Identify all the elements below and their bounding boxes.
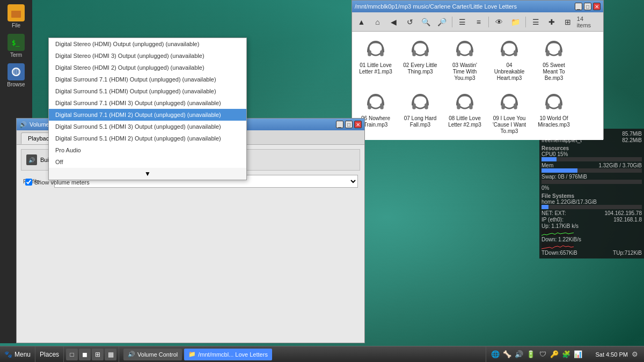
taskbar-windows: 🔊 Volume Control 📁 /mnt/mmcbl... Love Le… [119, 346, 486, 362]
tray-key-icon[interactable]: 🔑 [550, 350, 559, 359]
sidebar-item-term[interactable]: $_ Term [3, 32, 30, 59]
dropdown-item-6[interactable]: Digital Surround 7.1 (HDMI 2) Output (un… [49, 109, 246, 121]
file-item-9[interactable]: 10 World Of Miracles.mp3 [533, 87, 575, 138]
tray-puzzle-icon[interactable]: 🧩 [561, 350, 571, 359]
taskbar-file-btn[interactable]: 📁 /mnt/mmcbl... Love Letters [184, 349, 272, 360]
taskbar-volume-btn[interactable]: 🔊 Volume Control [123, 349, 182, 360]
device-icon: 🔊 [26, 154, 37, 165]
home-bar-container [541, 205, 642, 209]
file-item-label-7: 08 Little Love Letter #2.mp3 [446, 115, 484, 128]
tray-volume-icon[interactable]: 🔊 [514, 350, 524, 359]
toolbar-menu-icon[interactable]: ☰ [529, 14, 543, 29]
dropdown-scroll-down[interactable]: ▼ [49, 168, 246, 180]
dropdown-item-5[interactable]: Digital Surround 7.1 (HDMI 3) Output (un… [49, 97, 246, 109]
file-item-2[interactable]: 03 Wastin' Time With You.mp3 [444, 34, 486, 85]
up-row: Up: 1.17KiB k/s [541, 223, 642, 237]
dropdown-item-0[interactable]: Digital Stereo (HDMI) Output (unplugged)… [49, 38, 246, 50]
toolbar-add-icon[interactable]: ✚ [545, 14, 559, 29]
show-meters-checkbox[interactable] [25, 179, 32, 186]
dropdown-overlay: Digital Stereo (HDMI) Output (unplugged)… [48, 38, 247, 180]
places-button[interactable]: Places [35, 346, 64, 362]
toolbar-eye-icon[interactable]: 👁 [492, 14, 506, 29]
net-row: NET: EXT: 104.162.195.78 [541, 210, 642, 216]
sidebar-item-file[interactable]: File [3, 3, 30, 29]
dropdown-item-4[interactable]: Digital Surround 5.1 (HDMI) Output (unpl… [49, 85, 246, 97]
resources-title: Resources [541, 145, 642, 151]
toolbar-grid-icon[interactable]: ⊞ [561, 14, 575, 29]
home-label: home 1.22GiB/17.3GiB [541, 199, 597, 205]
toolbar-back-icon[interactable]: ▲ [354, 14, 369, 29]
dropdown-item-3[interactable]: Digital Surround 7.1 (HDMI) Output (unpl… [49, 73, 246, 85]
toolbar-details-icon[interactable]: ≡ [471, 14, 486, 29]
vol-maximize-button[interactable]: □ [345, 121, 353, 128]
taskbar-app-3[interactable]: ⊞ [92, 349, 104, 360]
headphone-icon [541, 36, 567, 62]
toolbar-list-icon[interactable]: ☰ [455, 14, 470, 29]
tray-network-icon[interactable]: 🌐 [491, 350, 500, 359]
tray-browser-icon[interactable]: 🦴 [502, 350, 512, 359]
toolbar-sep2 [488, 17, 489, 27]
svg-text:$_: $_ [12, 39, 20, 47]
toolbar-zoom-in-icon[interactable]: 🔍 [419, 14, 433, 29]
sysmon-proc2-value: 82.2MiB [622, 137, 642, 143]
close-button[interactable]: ✕ [593, 3, 601, 10]
ip-label: IP (eth0): [541, 217, 564, 223]
ip-value: 192.168.1.8 [613, 217, 642, 223]
file-item-8[interactable]: 09 I Love You 'Cause I Want To.mp3 [488, 87, 530, 138]
start-label: Menu [14, 351, 31, 358]
svg-marker-1 [11, 8, 21, 11]
file-item-label-2: 03 Wastin' Time With You.mp3 [446, 62, 484, 82]
dropdown-item-7[interactable]: Digital Surround 5.1 (HDMI 3) Output (un… [49, 121, 246, 132]
taskbar-right: 🌐 🦴 🔊 🔋 🛡 🔑 🧩 📊 Sat 4:50 PM ⚙ [486, 346, 644, 362]
taskbar-app-1[interactable]: □ [66, 349, 78, 360]
sidebar-item-browse[interactable]: Browse [3, 62, 30, 88]
toolbar-zoom-out-icon[interactable]: 🔎 [435, 14, 449, 29]
items-count: 14 items [577, 16, 601, 28]
dropdown-item-8[interactable]: Digital Surround 5.1 (HDMI 2) Output (un… [49, 132, 246, 144]
dropdown-item-1[interactable]: Digital Stereo (HDMI 3) Output (unplugge… [49, 50, 246, 62]
term-icon: $_ [8, 34, 25, 51]
file-item-4[interactable]: 05 Sweet Meant To Be.mp3 [533, 34, 575, 85]
tray-monitor-icon[interactable]: 📊 [573, 350, 583, 359]
dropdown-item-2[interactable]: Digital Stereo (HDMI 2) Output (unplugge… [49, 62, 246, 73]
tray-battery-icon[interactable]: 🔋 [526, 350, 536, 359]
minimize-button[interactable]: _ [575, 3, 582, 10]
vol-minimize-button[interactable]: _ [336, 121, 343, 128]
window-controls: _ □ ✕ [575, 3, 601, 10]
headphone-icon [452, 36, 478, 62]
file-item-3[interactable]: 04 Unbreakable Heart.mp3 [488, 34, 530, 85]
headphone-icon [363, 90, 389, 115]
taskbar-app-4[interactable]: ▦ [105, 349, 116, 360]
swap-row: Swap: 0B / 976MiB 0% [541, 174, 642, 191]
cpu-row: CPU0 15% [541, 151, 642, 161]
file-manager-titlebar[interactable]: /mnt/mmcblk0p1/mp3 music/Carlene Carter/… [352, 1, 603, 12]
mem-label: Mem [541, 162, 553, 168]
start-menu-button[interactable]: 🐾 Menu [0, 346, 35, 362]
file-item-label-6: 07 Long Hard Fall.mp3 [401, 115, 439, 128]
tray-shield-icon[interactable]: 🛡 [538, 350, 547, 359]
start-icon: 🐾 [4, 351, 12, 358]
toolbar-home-icon[interactable]: ⌂ [370, 14, 385, 29]
home-row: home 1.22GiB/17.3GiB [541, 199, 642, 209]
toolbar-sep3 [525, 17, 526, 27]
taskbar-app-2[interactable]: ◼ [79, 349, 91, 360]
up-label: Up: 1.17KiB k/s [541, 223, 579, 229]
file-item-1[interactable]: 02 Every Little Thing.mp3 [399, 34, 441, 85]
tdown-label: TDown:657KiB [541, 250, 577, 256]
toolbar-refresh-icon[interactable]: ↺ [402, 14, 417, 29]
maximize-button[interactable]: □ [584, 3, 591, 10]
file-btn-label: /mnt/mmcbl... Love Letters [198, 351, 268, 358]
tray-settings-icon[interactable]: ⚙ [630, 350, 640, 359]
dropdown-item-9[interactable]: Pro Audio [49, 144, 246, 156]
net-ip: 104.162.195.78 [604, 210, 642, 216]
headphone-icon [407, 36, 433, 62]
headphone-icon [407, 90, 433, 115]
dropdown-item-10[interactable]: Off [49, 156, 246, 168]
file-item-7[interactable]: 08 Little Love Letter #2.mp3 [444, 87, 486, 138]
swap-label: Swap: 0B / 976MiB [541, 174, 587, 180]
toolbar-folder-icon[interactable]: 📁 [508, 14, 523, 29]
file-item-0[interactable]: 01 Little Love Letter #1.mp3 [355, 34, 397, 85]
toolbar-prev-icon[interactable]: ◀ [386, 14, 401, 29]
file-item-6[interactable]: 07 Long Hard Fall.mp3 [399, 87, 441, 138]
vol-close-button[interactable]: ✕ [354, 121, 362, 128]
